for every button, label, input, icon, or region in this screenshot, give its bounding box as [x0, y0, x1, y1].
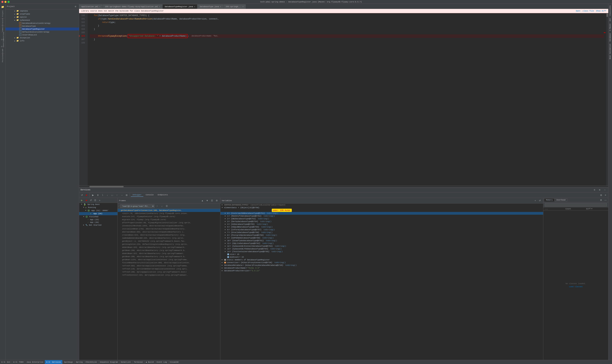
- var-tostring-3[interactable]: toString(): [260, 221, 272, 222]
- var-item-4[interactable]: ▶ 4 = {H2DatabaseType@5755} toString(): [220, 223, 543, 226]
- frame-18[interactable]: refresh:583, AbstractApplicationContext …: [118, 264, 220, 267]
- var-item-9[interactable]: ▶ 9 = {SAPHANADatabaseType@5760} toStrin…: [220, 236, 543, 239]
- var-tostring-6[interactable]: toString(): [264, 229, 275, 231]
- vars-restore-btn[interactable]: ↺: [538, 199, 542, 203]
- right-tab-database[interactable]: Database: [609, 32, 612, 42]
- editor-hscroll-thumb[interactable]: [89, 186, 124, 187]
- svc-app28[interactable]: ✓ App (28): [79, 221, 118, 224]
- tab-debugger[interactable]: Debugger: [131, 193, 143, 197]
- var-item-10[interactable]: ▶ 10 = {SnowflakeDatabaseType@5761} toSt…: [220, 239, 543, 242]
- var-item-13[interactable]: ▶ 13 = {SybaseASEJTDSDatabaseType@5764} …: [220, 247, 543, 250]
- frame-7[interactable]: doCreateBean:602, AbstractAutowireCapabl…: [118, 230, 220, 234]
- tree-item-sqlite[interactable]: ▶ 📁 sqlite: [5, 15, 79, 19]
- frame-16[interactable]: getBean:1154, AbstractApplicationContext…: [118, 258, 220, 261]
- status-git[interactable]: ⚙ 9: Git: [0, 360, 12, 364]
- svc-running[interactable]: ▼ ▶ Running: [79, 206, 118, 209]
- pause-btn[interactable]: ⏸: [96, 193, 100, 197]
- status-spring[interactable]: Spring: [74, 360, 84, 364]
- frame-21[interactable]: refreshContext:434, SpringApplication (o…: [118, 273, 220, 277]
- svc-finished[interactable]: ▼ ✓ Finished: [79, 215, 118, 218]
- right-tab-ant[interactable]: Ant: [609, 17, 612, 22]
- svc-app23[interactable]: ✓ App (23): [79, 218, 118, 221]
- tree-item-sapnana[interactable]: ▶ 📁 sapnana: [5, 9, 79, 13]
- var-item-11[interactable]: ▶ 11 = {SQLiteDatabaseType@5762} toStrin…: [220, 242, 543, 245]
- panel-close-btn[interactable]: —: [603, 188, 607, 192]
- status-seqdiagram[interactable]: Sequence Diagram: [98, 360, 119, 364]
- frame-up-btn[interactable]: ▲: [200, 199, 204, 203]
- var-item-1[interactable]: ▶ 1 = {RedshiftDatabaseType@5752} toStri…: [220, 215, 543, 217]
- status-services[interactable]: ⚙ 8: Services: [45, 360, 62, 364]
- tree-item-dbtype[interactable]: I DatabaseType: [5, 25, 79, 27]
- right-tab-classlists[interactable]: classlists: [609, 4, 612, 17]
- var-elementdata[interactable]: ▼ elementData = {Object[15]@5750}: [220, 206, 543, 209]
- status-terminal[interactable]: Terminal: [133, 360, 144, 364]
- load-classes-link[interactable]: Load classes: [569, 286, 583, 288]
- var-databasemetadata[interactable]: ▶ databaseMetaData = {HikariProxyDatabas…: [220, 264, 543, 267]
- thread-sort-desc[interactable]: ↓: [160, 204, 164, 208]
- frame-10[interactable]: getObject:-1, 1627883152 (org.springfram…: [118, 240, 220, 243]
- vars-add-btn[interactable]: +: [533, 199, 537, 203]
- right-tab-maven[interactable]: m Maven: [609, 23, 612, 32]
- sidebar-icon-structure[interactable]: Structure: [0, 20, 5, 25]
- var-item-12[interactable]: ▶ 12 = {SybaseASEJConnectDatabaseType@57…: [220, 245, 543, 247]
- frame-6[interactable]: initializeBean:1782, AbstractAutowireCap…: [118, 227, 220, 230]
- frame-17[interactable]: finishBeanFactoryInitialization:908, Abs…: [118, 261, 220, 264]
- svc-notstarted[interactable]: ▶ 🔧 Not Started: [79, 224, 118, 226]
- var-dbproductversion[interactable]: ▶ databaseProductVersion = "8.0.22": [220, 269, 543, 272]
- mem-diff-dropdown[interactable]: ▼: [591, 208, 592, 210]
- var-tostring-9[interactable]: toString(): [262, 237, 274, 239]
- maximize-button[interactable]: [8, 1, 10, 3]
- tree-item-exception[interactable]: ▶ 📁 exception: [5, 36, 79, 39]
- scrollbar-thumb[interactable]: [607, 13, 608, 17]
- resume-btn[interactable]: ▶: [91, 193, 95, 197]
- tab-close-appyml2[interactable]: ✕: [159, 6, 160, 8]
- sidebar-label-project[interactable]: Project: [1, 10, 4, 17]
- var-tostring-2[interactable]: toString(): [258, 218, 269, 220]
- frame-settings-btn[interactable]: ⚙: [215, 199, 219, 203]
- var-item-8[interactable]: ▶ 8 = {PostgreSQLDatabaseType@5759} toSt…: [220, 234, 543, 236]
- var-tostring-14[interactable]: toString(): [272, 251, 283, 253]
- sidebar-icon-project[interactable]: 📁: [0, 4, 5, 9]
- status-checkstyle[interactable]: CheckStyle: [84, 360, 98, 364]
- run-to-cursor-btn[interactable]: →: [120, 193, 124, 197]
- code-editor[interactable]: 100 101 102 103 104 105 106 🔴 107 108: [79, 13, 608, 186]
- close-button[interactable]: [1, 1, 3, 3]
- var-item-0[interactable]: ▶ 0 = {CockroachDBDatabaseType@5751} toS…: [220, 212, 543, 215]
- memory-settings-btn[interactable]: ⚙: [599, 198, 603, 202]
- var-connection[interactable]: ▶ p connection = {HikariProxyConnection@…: [220, 261, 543, 264]
- open-class-file-link[interactable]: Open .class file: [576, 10, 594, 12]
- tab-springb[interactable]: 255-springb... ✕: [223, 4, 246, 9]
- frame-9[interactable]: lambda$doGetBean$0:335, AbstractBeanFact…: [118, 236, 220, 240]
- thread-sort-asc[interactable]: ↑: [155, 204, 159, 208]
- tree-item-defaultexec[interactable]: C DefaultExecutionStrategy: [5, 30, 79, 33]
- svc-filter-btn[interactable]: ☰: [93, 198, 97, 202]
- status-eventlog[interactable]: Event Log: [155, 360, 168, 364]
- var-tostring-conn[interactable]: toString(): [274, 261, 286, 264]
- svc-stop-btn[interactable]: ■: [84, 198, 88, 202]
- frame-14[interactable]: doGetBean:322, AbstractBeanFactory (org.…: [118, 252, 220, 255]
- tab-console[interactable]: Console: [144, 193, 155, 197]
- tab-dbtype[interactable]: DatabaseType.java ✕: [197, 4, 223, 9]
- var-tostring-0[interactable]: toString(): [267, 212, 278, 214]
- sidebar-icon-web[interactable]: Web: [0, 48, 5, 52]
- var-item-3[interactable]: ▶ 3 = {DerbyDatabaseType@5754} toString(…: [220, 220, 543, 223]
- tab-endpoints[interactable]: Endpoints: [156, 193, 170, 197]
- status-spotbugs[interactable]: SpotBugs: [63, 360, 74, 364]
- svc-run-btn[interactable]: ▶: [80, 198, 84, 202]
- tab-close-springb[interactable]: ✕: [243, 6, 244, 8]
- editor-scrollbar[interactable]: [606, 13, 608, 186]
- tab-close-appyml[interactable]: ✕: [99, 6, 100, 8]
- status-visualgc[interactable]: VisualGC: [168, 360, 180, 364]
- step-into-btn[interactable]: ↓: [105, 193, 109, 197]
- var-tostring-4[interactable]: toString(): [257, 223, 268, 225]
- panel-gear-btn[interactable]: ⚙: [598, 188, 602, 192]
- memory-search-input[interactable]: [545, 203, 607, 207]
- memory-close-btn[interactable]: —: [603, 198, 608, 202]
- frame-12[interactable]: doGetBean:333, AbstractBeanFactory (org.…: [118, 246, 220, 249]
- frame-0[interactable]: ✓ getDatabaseTypeForConnection:106, Data…: [118, 209, 220, 212]
- var-tostring-10[interactable]: toString(): [266, 240, 277, 242]
- show-diff-link[interactable]: Show diff: [596, 10, 606, 12]
- var-dbproductname[interactable]: ▶ databaseProductName = "MySQL 8.0": [220, 267, 543, 269]
- sidebar-icon-fav1[interactable]: 1: Favorites: [0, 34, 5, 39]
- thread-filter-btn[interactable]: ☰: [165, 204, 169, 208]
